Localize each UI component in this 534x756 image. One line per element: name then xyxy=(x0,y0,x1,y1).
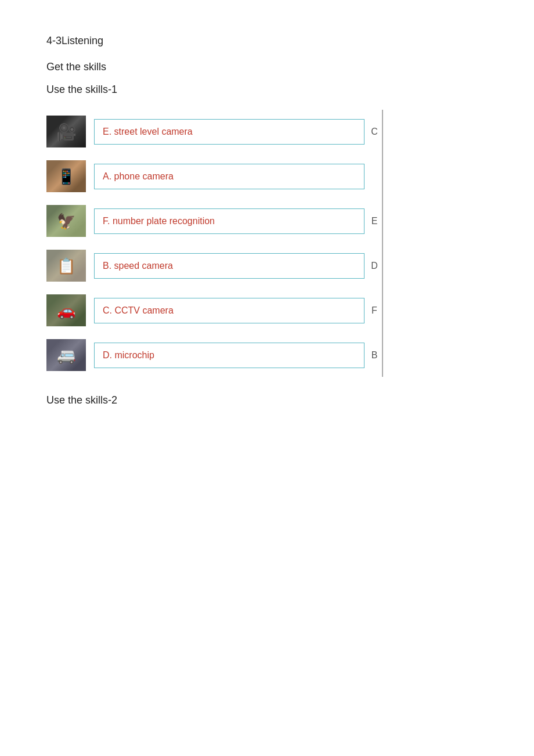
match-answer-speed-camera: D xyxy=(365,261,382,271)
match-row-speed-camera: B. speed cameraD xyxy=(46,250,382,282)
match-answer-number-plate: E xyxy=(365,216,382,226)
match-label-speed-camera: B. speed camera xyxy=(94,253,365,279)
use-skills-2-heading: Use the skills-2 xyxy=(46,394,488,406)
match-label-number-plate: F. number plate recognition xyxy=(94,208,365,234)
match-image-speed-camera xyxy=(46,250,86,282)
match-row-microchip: D. microchipB xyxy=(46,339,382,371)
match-row-phone-camera: A. phone camera xyxy=(46,160,382,192)
match-exercise: E. street level cameraCA. phone cameraF.… xyxy=(46,110,383,377)
match-label-microchip: D. microchip xyxy=(94,343,365,368)
use-skills-1-heading: Use the skills-1 xyxy=(46,84,488,96)
match-answer-street-camera: C xyxy=(365,127,382,137)
match-answer-microchip: B xyxy=(365,350,382,361)
match-row-number-plate: F. number plate recognitionE xyxy=(46,205,382,237)
match-image-number-plate xyxy=(46,205,86,237)
match-row-street-camera: E. street level cameraC xyxy=(46,116,382,147)
get-skills-heading: Get the skills xyxy=(46,61,488,73)
match-image-cctv-camera xyxy=(46,294,86,326)
match-label-cctv-camera: C. CCTV camera xyxy=(94,298,365,323)
match-row-cctv-camera: C. CCTV cameraF xyxy=(46,294,382,326)
match-label-phone-camera: A. phone camera xyxy=(94,164,365,189)
match-answer-cctv-camera: F xyxy=(365,305,382,316)
match-image-street-camera xyxy=(46,116,86,147)
match-image-phone-camera xyxy=(46,160,86,192)
match-label-street-camera: E. street level camera xyxy=(94,119,365,145)
match-image-microchip xyxy=(46,339,86,371)
page-title: 4-3Listening xyxy=(46,35,488,47)
